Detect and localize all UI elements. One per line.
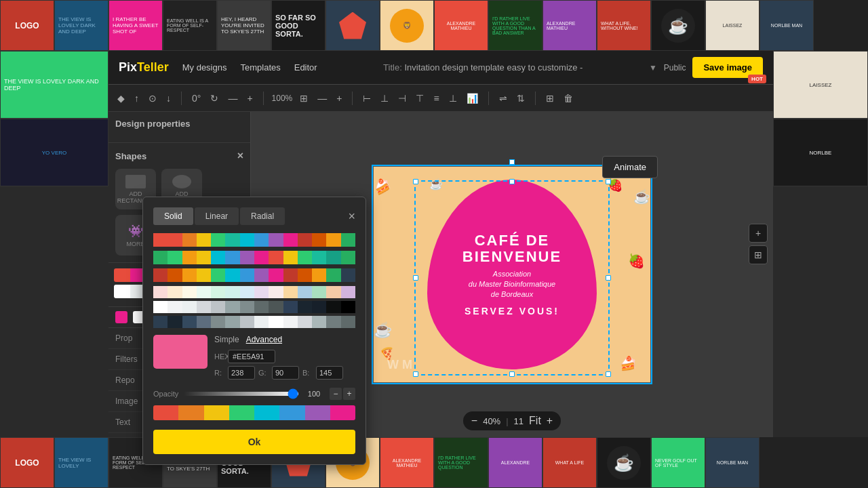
- handle-br[interactable]: [606, 371, 611, 377]
- r-input[interactable]: [228, 366, 255, 380]
- expand-down-button[interactable]: ⊞: [749, 245, 768, 264]
- g-input[interactable]: [272, 366, 299, 380]
- swatch-cell[interactable]: [182, 301, 197, 313]
- swatch-cell[interactable]: [298, 268, 312, 282]
- handle-bm[interactable]: [509, 371, 515, 377]
- swatch-cell[interactable]: [269, 268, 283, 282]
- swatch-cell[interactable]: [269, 301, 283, 313]
- mode-advanced-button[interactable]: Advanced: [246, 335, 282, 344]
- swatch-cell[interactable]: [254, 316, 269, 328]
- swatch-cell[interactable]: [225, 301, 239, 313]
- swatch-strip-cell[interactable]: [229, 405, 254, 420]
- swatch-cell[interactable]: [211, 301, 225, 313]
- swatch-cell[interactable]: [167, 301, 182, 313]
- swatch-cell[interactable]: [341, 301, 355, 313]
- swatch-cell[interactable]: [211, 251, 225, 264]
- center-icon[interactable]: ⊙: [146, 91, 159, 106]
- swatch-cell[interactable]: [167, 268, 182, 282]
- swatch-cell[interactable]: [225, 316, 239, 328]
- grid-icon[interactable]: ⊞: [298, 91, 310, 106]
- nav-my-designs[interactable]: My designs: [182, 62, 227, 73]
- animate-button[interactable]: Animate: [602, 156, 658, 178]
- swatch-cell[interactable]: [269, 233, 283, 247]
- swatch-cell[interactable]: [326, 251, 340, 264]
- swatch-cell[interactable]: [326, 233, 340, 247]
- swatch-cell[interactable]: [298, 286, 312, 298]
- plus-icon[interactable]: +: [245, 91, 254, 106]
- delete-icon[interactable]: 🗑: [561, 91, 575, 106]
- swatch-cell[interactable]: [197, 268, 211, 282]
- align-top-icon[interactable]: ⊤: [414, 91, 426, 106]
- swatch-strip-cell[interactable]: [254, 405, 279, 420]
- swatch-cell[interactable]: [153, 286, 167, 298]
- swatch-cell[interactable]: [182, 233, 197, 247]
- swatch-strip-cell[interactable]: [305, 405, 330, 420]
- picker-tab-radial[interactable]: Radial: [240, 207, 285, 225]
- picker-close-button[interactable]: ×: [348, 209, 355, 224]
- nav-editor[interactable]: Editor: [294, 62, 317, 73]
- swatch-cell[interactable]: [225, 233, 239, 247]
- swatch-cell[interactable]: [225, 286, 239, 298]
- swatch-cell[interactable]: [283, 301, 298, 313]
- move-up-icon[interactable]: ↑: [132, 91, 141, 106]
- swatch-cell[interactable]: [182, 286, 197, 298]
- shape-icon[interactable]: ◆: [115, 91, 127, 106]
- swatch-cell[interactable]: [326, 268, 340, 282]
- swatch-cell[interactable]: [283, 268, 298, 282]
- swatch-cell[interactable]: [153, 233, 167, 247]
- zoom-fit-button[interactable]: Fit: [529, 415, 541, 427]
- swatch-cell[interactable]: [211, 316, 225, 328]
- rotate-icon[interactable]: 0°: [190, 91, 203, 106]
- swatch-cell[interactable]: [240, 233, 254, 247]
- align-right-icon[interactable]: ⊣: [396, 91, 408, 106]
- swatch-cell[interactable]: [211, 286, 225, 298]
- swatch-strip-cell[interactable]: [279, 405, 304, 420]
- handle-bl[interactable]: [413, 371, 418, 377]
- swatch-cell[interactable]: [197, 301, 211, 313]
- align-left-icon[interactable]: ⊢: [361, 91, 373, 106]
- swatch-cell[interactable]: [341, 233, 355, 247]
- ok-button[interactable]: Ok: [153, 430, 355, 454]
- swatch-cell[interactable]: [167, 286, 182, 298]
- zoom-minus-button[interactable]: −: [471, 415, 477, 427]
- swatch-cell[interactable]: [211, 268, 225, 282]
- swatch-cell[interactable]: [182, 268, 197, 282]
- flip-v-icon[interactable]: ⇅: [515, 91, 527, 106]
- swatch-cell[interactable]: [167, 251, 182, 264]
- swatch-cell[interactable]: [240, 251, 254, 264]
- swatch-cell[interactable]: [312, 286, 326, 298]
- swatch-cell[interactable]: [341, 251, 355, 264]
- shapes-close-button[interactable]: ×: [237, 150, 243, 162]
- swatch-strip-cell[interactable]: [178, 405, 203, 420]
- swatch-strip-cell[interactable]: [330, 405, 355, 420]
- swatch-cell[interactable]: [326, 286, 340, 298]
- swatch-strip-cell[interactable]: [204, 405, 229, 420]
- swatch-cell[interactable]: [153, 268, 167, 282]
- align-middle-icon[interactable]: ≡: [431, 91, 441, 106]
- nav-templates[interactable]: Templates: [240, 62, 280, 73]
- cafe-main-shape[interactable]: CAFÉ DE BIENVENUE Association du Master …: [427, 180, 597, 369]
- swatch-cell[interactable]: [211, 233, 225, 247]
- swatch-cell[interactable]: [225, 268, 239, 282]
- swatch-cell[interactable]: [254, 233, 269, 247]
- move-down-icon[interactable]: ↓: [164, 91, 173, 106]
- swatch-cell[interactable]: [197, 251, 211, 264]
- zoom-plus-button[interactable]: +: [547, 415, 553, 427]
- color-swatch-pink[interactable]: [115, 311, 127, 323]
- picker-tab-solid[interactable]: Solid: [153, 207, 193, 225]
- swatch-cell[interactable]: [254, 251, 269, 264]
- b-input[interactable]: [316, 366, 343, 380]
- swatch-cell[interactable]: [197, 286, 211, 298]
- swatch-cell[interactable]: [269, 251, 283, 264]
- swatch-cell[interactable]: [197, 316, 211, 328]
- swatch-cell[interactable]: [326, 301, 340, 313]
- swatch-cell[interactable]: [269, 286, 283, 298]
- swatch-cell[interactable]: [312, 233, 326, 247]
- swatch-cell[interactable]: [153, 251, 167, 264]
- swatch-cell[interactable]: [283, 233, 298, 247]
- swatch-cell[interactable]: [153, 301, 167, 313]
- opacity-minus-button[interactable]: −: [330, 388, 342, 400]
- handle-ml[interactable]: [413, 275, 418, 281]
- visibility-toggle[interactable]: Public: [664, 63, 686, 73]
- align-center-icon[interactable]: ⊥: [378, 91, 391, 106]
